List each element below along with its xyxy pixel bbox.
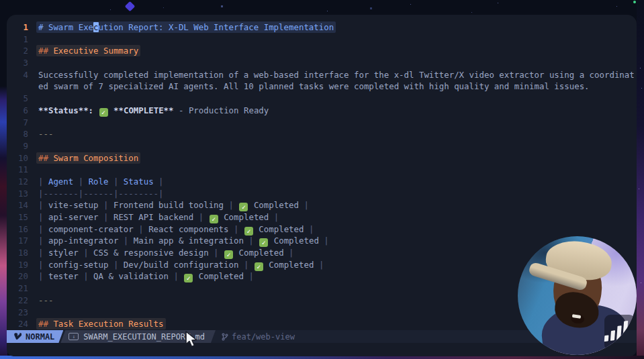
text-segment: Status <box>124 176 154 187</box>
editor-line: 5 <box>7 93 637 105</box>
text-segment: Completed <box>219 212 269 222</box>
text-segment: | <box>244 236 259 246</box>
line-text: Successfully completed implementation of… <box>38 70 635 80</box>
editor-line: 15| api-server | REST API backend | ✓ Co… <box>7 211 637 223</box>
text-segment: config-setup <box>48 260 109 270</box>
editor-line: 1# Swarm Execution Report: X-DL Web Inte… <box>7 21 637 34</box>
editor-line: 8--- <box>7 128 637 140</box>
wallpaper-right-strip <box>637 0 644 359</box>
check-emoji: ✓ <box>99 108 108 117</box>
command-line[interactable]: :set nospell <box>7 343 637 356</box>
text-segment: Completed <box>269 236 319 246</box>
line-number: 6 <box>7 105 28 117</box>
line-number: 17 <box>7 235 28 247</box>
vim-icon <box>14 333 21 340</box>
line-number: 11 <box>7 164 28 176</box>
editor-line: 4Successfully completed implementation o… <box>7 69 637 81</box>
line-number: 16 <box>7 223 28 236</box>
line-text: --- <box>38 295 53 305</box>
check-emoji: ✓ <box>224 250 233 259</box>
branch-indicator: feat/web-view <box>216 330 295 343</box>
line-text <box>38 164 43 174</box>
editor-line: 6**Status**: ✓ **COMPLETE** - Production… <box>7 105 637 117</box>
wallpaper-diamond <box>125 1 136 12</box>
text-segment: | <box>118 236 133 246</box>
line-text: ## Executive Summary <box>36 45 140 56</box>
editor-line: 7 <box>7 117 637 129</box>
text-segment: | <box>79 248 93 258</box>
line-text <box>38 141 43 151</box>
text-segment: CSS & responsive design <box>93 248 209 258</box>
git-branch-icon <box>222 333 228 341</box>
editor-line: 17| app-integrator | Main app & integrat… <box>7 235 637 247</box>
check-emoji: ✓ <box>210 215 218 223</box>
text-segment: tester <box>48 271 79 281</box>
line-number: 23 <box>7 307 28 319</box>
text-segment: Completed <box>193 271 244 281</box>
text-segment: api-server <box>48 212 99 222</box>
text-segment: | <box>169 271 183 281</box>
line-text: | styler | CSS & responsive design | ✓ C… <box>38 248 294 258</box>
editor-line: 10## Swarm Composition <box>7 152 637 164</box>
text-segment <box>109 105 113 115</box>
mode-label: NORMAL <box>26 332 54 342</box>
text-segment: vite-setup <box>48 200 99 210</box>
line-text <box>38 307 43 317</box>
text-segment: styler <box>48 248 79 258</box>
webcam-overlay[interactable] <box>518 236 637 355</box>
line-number: 10 <box>7 152 28 164</box>
line-number: 8 <box>7 128 28 140</box>
text-segment: | <box>38 260 48 270</box>
line-text <box>38 34 43 44</box>
text-segment: REST API backend <box>113 212 193 222</box>
text-segment: | <box>38 200 48 210</box>
line-text: | config-setup | Dev/build configuration… <box>38 260 324 270</box>
editor-line: 16| component-creator | React components… <box>7 223 637 236</box>
text-segment: | <box>38 236 48 246</box>
text-segment: | <box>304 224 314 234</box>
text-segment: | <box>229 224 244 234</box>
text-segment: **Status**: <box>38 105 93 115</box>
line-number: 14 <box>7 199 28 211</box>
text-segment: | <box>38 248 48 258</box>
line-number: 18 <box>7 247 28 259</box>
text-segment: | <box>314 260 324 270</box>
text-segment: | <box>99 212 113 222</box>
text-segment: ## <box>38 319 48 329</box>
editor-line: 1 <box>7 34 637 46</box>
text-segment: app-integrator <box>48 236 118 246</box>
editor-line: 9 <box>7 140 637 152</box>
text-segment: | <box>38 176 48 187</box>
text-segment: | <box>193 212 208 222</box>
text-segment: Successfully completed implementation of… <box>38 70 635 80</box>
text-segment: Executive Summary <box>48 46 138 56</box>
wallpaper-stars <box>0 0 1 1</box>
text-segment: | <box>238 260 253 270</box>
line-text <box>38 93 43 103</box>
mouse-cursor <box>183 331 198 351</box>
text-segment: | <box>154 176 164 187</box>
text-segment: --- <box>38 295 53 305</box>
line-text: | Agent | Role | Status | <box>38 176 164 187</box>
text-segment: ## <box>38 153 48 163</box>
text-segment: Completed <box>234 248 284 258</box>
text-segment: QA & validation <box>93 271 169 281</box>
text-segment: | <box>38 224 48 234</box>
text-segment: | <box>79 271 93 281</box>
text-segment: --- <box>38 129 53 139</box>
text-segment: Completed <box>254 224 304 234</box>
line-text: ## Swarm Composition <box>36 152 140 164</box>
line-text: | tester | QA & validation | ✓ Completed… <box>38 271 254 281</box>
text-segment: | <box>284 248 294 258</box>
line-text <box>38 58 43 68</box>
editor-line: 12| Agent | Role | Status | <box>7 176 637 188</box>
markdown-icon: ↓ <box>68 333 79 340</box>
line-number: 21 <box>7 283 28 295</box>
text-segment: Role <box>89 176 109 187</box>
line-number: 3 <box>7 57 28 69</box>
recording-dot <box>633 1 636 3</box>
text-segment: | <box>73 176 88 187</box>
text-segment: Completed <box>264 260 314 270</box>
text-segment: | <box>209 248 224 258</box>
editor-line: 11 <box>7 164 637 176</box>
